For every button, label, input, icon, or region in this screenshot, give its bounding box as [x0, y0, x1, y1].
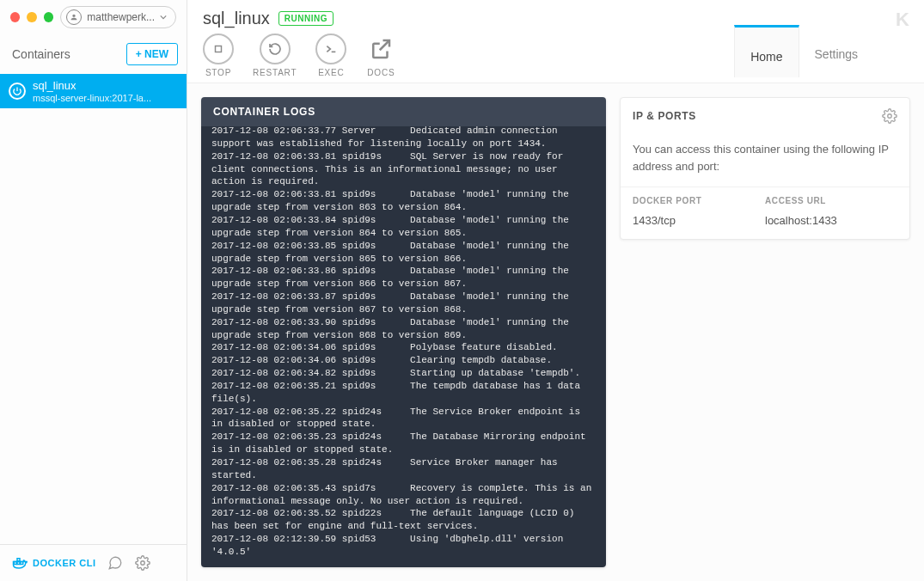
app-logo: K	[896, 9, 909, 31]
restart-icon	[260, 34, 291, 64]
exec-label: EXEC	[318, 68, 344, 77]
svg-point-6	[888, 114, 892, 119]
stop-icon	[203, 34, 234, 64]
svg-rect-3	[17, 559, 20, 561]
main: sql_linux RUNNING STOP RESTART	[187, 0, 924, 581]
exec-icon	[315, 34, 346, 64]
container-name: sql_linux	[33, 79, 151, 93]
port-value: 1433/tcp	[633, 214, 765, 227]
ports-panel: IP & PORTS You can access this container…	[620, 97, 910, 240]
ports-title: IP & PORTS	[633, 110, 696, 122]
stop-button[interactable]: STOP	[203, 34, 234, 77]
svg-point-4	[141, 561, 145, 566]
page-title: sql_linux	[203, 9, 270, 28]
feedback-icon[interactable]	[107, 555, 123, 571]
tab-home[interactable]: Home	[734, 25, 799, 77]
stop-label: STOP	[205, 68, 231, 77]
logs-body[interactable]: 2017 12 08 02:06:33.76 spid9s Converting…	[201, 126, 606, 567]
container-image: mssql-server-linux:2017-la...	[33, 93, 151, 103]
ports-col-url: ACCESS URL	[765, 196, 897, 205]
sidebar-footer: DOCKER CLI	[0, 544, 187, 581]
restart-label: RESTART	[253, 68, 297, 77]
ports-gear-icon[interactable]	[882, 108, 897, 124]
svg-rect-5	[216, 46, 222, 52]
traffic-light-max[interactable]	[44, 12, 53, 22]
docs-button[interactable]: DOCS	[365, 34, 396, 77]
restart-button[interactable]: RESTART	[253, 34, 297, 77]
logs-title: CONTAINER LOGS	[201, 97, 606, 126]
traffic-light-close[interactable]	[10, 12, 20, 22]
content: CONTAINER LOGS 2017 12 08 02:06:33.76 sp…	[187, 83, 924, 581]
new-container-button[interactable]: + NEW	[126, 43, 178, 65]
ports-table: DOCKER PORT ACCESS URL 1433/tcp localhos…	[621, 187, 909, 239]
avatar-icon	[66, 9, 82, 25]
sidebar-item-sql-linux[interactable]: sql_linux mssql-server-linux:2017-la...	[0, 74, 187, 108]
ports-col-port: DOCKER PORT	[633, 196, 765, 205]
sidebar: matthewperk... Containers + NEW sql_linu…	[0, 0, 187, 581]
docker-cli-button[interactable]: DOCKER CLI	[12, 555, 95, 571]
logs-panel: CONTAINER LOGS 2017 12 08 02:06:33.76 sp…	[201, 97, 606, 567]
exec-button[interactable]: EXEC	[315, 34, 346, 77]
docs-label: DOCS	[367, 68, 395, 77]
action-row: STOP RESTART EXEC	[203, 34, 396, 77]
sidebar-header: Containers + NEW	[0, 34, 187, 74]
ports-description: You can access this container using the …	[621, 134, 909, 187]
tabs: Home Settings	[734, 25, 873, 77]
status-badge: RUNNING	[278, 11, 333, 26]
port-url[interactable]: localhost:1433	[765, 214, 897, 227]
user-menu[interactable]: matthewperk...	[60, 6, 176, 28]
power-icon	[9, 83, 26, 100]
traffic-light-min[interactable]	[27, 12, 36, 22]
tab-settings[interactable]: Settings	[799, 25, 874, 77]
docker-cli-label: DOCKER CLI	[33, 558, 95, 568]
chevron-down-icon	[160, 14, 167, 21]
gear-icon[interactable]	[135, 555, 150, 571]
user-name: matthewperk...	[87, 11, 155, 23]
main-header: sql_linux RUNNING STOP RESTART	[187, 0, 924, 83]
window-controls: matthewperk...	[0, 0, 187, 34]
docs-icon	[365, 34, 396, 64]
sidebar-title: Containers	[12, 47, 70, 61]
